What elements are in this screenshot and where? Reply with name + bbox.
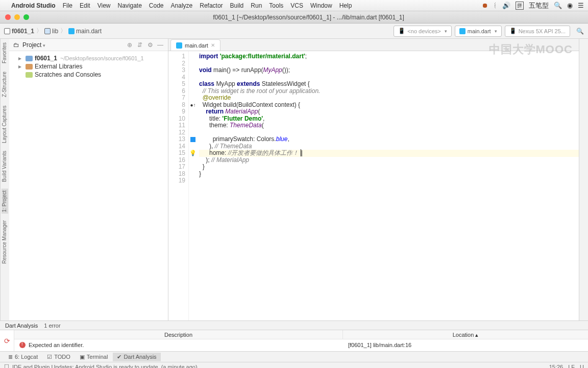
emulator-selector[interactable]: 📱 Nexus 5X API 25...: [505, 26, 570, 37]
search-icon[interactable]: 🔍: [576, 28, 584, 35]
status-encoding[interactable]: U: [580, 364, 584, 369]
tab-logcat[interactable]: ≣6: Logcat: [4, 353, 42, 361]
status-notification-icon[interactable]: ☐: [4, 363, 9, 368]
ime-box-icon[interactable]: 拼: [516, 2, 524, 10]
status-bar: ☐ IDE and Plugin Updates: Android Studio…: [0, 362, 588, 368]
breadcrumb-file[interactable]: main.dart: [68, 28, 102, 35]
toolwin-structure[interactable]: Z-Structure: [2, 70, 8, 99]
device-selector[interactable]: 📱 <no devices>: [394, 26, 451, 37]
project-folder-icon: [4, 28, 10, 34]
expand-arrow-icon[interactable]: ▸: [18, 55, 23, 62]
toolwin-build-variants[interactable]: Build Variants: [2, 150, 8, 184]
menu-view[interactable]: View: [97, 2, 111, 9]
right-tool-strip: [579, 39, 588, 320]
settings-gear-icon[interactable]: ⚙: [146, 41, 154, 49]
code-editor[interactable]: 12345678910111213141516171819 ●↑💡 import…: [168, 51, 579, 320]
dart-analysis-icon: ✔: [117, 354, 121, 360]
editor-area: main.dart ✕ 1234567891011121314151617181…: [168, 39, 579, 320]
code-content[interactable]: import 'package:flutter/material.dart';v…: [197, 51, 579, 320]
tab-dart-analysis[interactable]: ✔Dart Analysis: [113, 353, 160, 361]
menu-file[interactable]: File: [63, 2, 72, 9]
menu-vcs[interactable]: VCS: [290, 2, 303, 9]
breadcrumb-separator: 〉: [36, 27, 42, 35]
window-close-button[interactable]: [5, 14, 11, 20]
wifi-icon[interactable]: ⧙: [494, 2, 497, 9]
analysis-error-row[interactable]: Expected an identifier. [f0601_1] lib/ma…: [14, 339, 588, 351]
menu-code[interactable]: Code: [149, 2, 164, 9]
analysis-error-count: 1 error: [44, 323, 60, 329]
bottom-tool-tabs: ≣6: Logcat ☑TODO ▣Terminal ✔Dart Analysi…: [0, 351, 588, 362]
menu-help[interactable]: Help: [339, 2, 352, 9]
tree-project-root[interactable]: ▸ f0601_1 ~/Desktop/lesson/source/f0601_…: [11, 54, 166, 62]
library-icon: [26, 64, 33, 70]
window-minimize-button[interactable]: [14, 14, 20, 20]
window-titlebar: f0601_1 [~/Desktop/lesson/source/f0601_1…: [0, 11, 588, 24]
project-view-title[interactable]: Project: [22, 41, 45, 49]
project-folder-icon: [26, 56, 33, 61]
tab-terminal[interactable]: ▣Terminal: [76, 353, 112, 361]
record-icon[interactable]: ⏺: [482, 2, 488, 9]
analysis-table-header: Description Location ▴: [14, 330, 588, 339]
menu-navigate[interactable]: Navigate: [117, 2, 141, 9]
toolwin-project[interactable]: 1: Project: [2, 189, 8, 214]
notification-center-icon[interactable]: ☰: [578, 2, 584, 9]
menu-analyze[interactable]: Analyze: [171, 2, 193, 9]
analysis-title[interactable]: Dart Analysis: [5, 323, 38, 329]
scratches-icon: [26, 72, 33, 78]
toolwin-favorites[interactable]: Favorites: [2, 41, 8, 65]
dart-file-icon: [176, 42, 182, 49]
terminal-icon: ▣: [80, 354, 85, 360]
menu-refactor[interactable]: Refactor: [200, 2, 223, 9]
window-controls: [0, 14, 29, 20]
window-title: f0601_1 [~/Desktop/lesson/source/f0601_1…: [29, 14, 588, 21]
app-name[interactable]: Android Studio: [11, 2, 56, 9]
logcat-icon: ≣: [8, 354, 13, 360]
project-tree[interactable]: ▸ f0601_1 ~/Desktop/lesson/source/f0601_…: [9, 51, 168, 82]
collapse-icon[interactable]: ⇵: [136, 41, 143, 49]
siri-icon[interactable]: ◉: [567, 2, 573, 9]
expand-arrow-icon[interactable]: ▸: [18, 63, 23, 70]
tab-todo[interactable]: ☑TODO: [43, 353, 75, 361]
breadcrumb-project[interactable]: f0601_1: [4, 28, 34, 35]
menu-run[interactable]: Run: [251, 2, 262, 9]
menu-tools[interactable]: Tools: [269, 2, 283, 9]
run-toolbar: 📱 <no devices> main.dart 📱 Nexus 5X API …: [394, 26, 584, 37]
status-line-separator[interactable]: LF: [568, 364, 575, 369]
dart-analysis-panel: Dart Analysis 1 error ⟳ Description Loca…: [0, 320, 588, 351]
window-maximize-button[interactable]: [23, 14, 29, 20]
tree-scratches[interactable]: Scratches and Consoles: [11, 71, 166, 79]
menu-edit[interactable]: Edit: [80, 2, 90, 9]
col-location[interactable]: Location ▴: [343, 330, 588, 339]
menu-window[interactable]: Window: [310, 2, 332, 9]
phone-icon: 📱: [398, 28, 405, 34]
hide-icon[interactable]: —: [157, 41, 164, 49]
run-config-selector[interactable]: main.dart: [455, 26, 502, 37]
spotlight-search-icon[interactable]: 🔍: [554, 2, 562, 9]
left-tool-strip: Resource Manager 1: Project Build Varian…: [0, 39, 9, 320]
locate-icon[interactable]: ⊕: [126, 41, 133, 49]
menu-build[interactable]: Build: [230, 2, 244, 9]
project-tool-window: 🗀 Project ⊕ ⇵ ⚙ — ▸ f0601_1 ~/Desktop/le…: [9, 39, 168, 320]
analysis-toolbar: ⟳: [0, 330, 14, 351]
menubar-status-area: ⏺ ⧙ 🔊 拼 五笔型 🔍 ◉ ☰: [482, 1, 584, 10]
main-area: Resource Manager 1: Project Build Varian…: [0, 39, 588, 320]
toolwin-resource-manager[interactable]: Resource Manager: [2, 219, 8, 265]
input-method[interactable]: 五笔型: [529, 1, 549, 10]
gutter-marks: ●↑💡: [189, 51, 197, 320]
todo-icon: ☑: [47, 354, 52, 360]
status-caret-position[interactable]: 15:26: [549, 364, 564, 369]
editor-tab-main[interactable]: main.dart ✕: [170, 39, 220, 51]
macos-menubar: Android Studio File Edit View Navigate C…: [0, 0, 588, 11]
toolwin-layout-captures[interactable]: Layout Captures: [2, 104, 8, 144]
refresh-icon[interactable]: ⟳: [4, 337, 10, 345]
tree-external-libraries[interactable]: ▸ External Libraries: [11, 62, 166, 71]
volume-icon[interactable]: 🔊: [502, 2, 510, 9]
col-description[interactable]: Description: [14, 330, 343, 339]
folder-icon: 🗀: [13, 41, 19, 49]
close-tab-icon[interactable]: ✕: [211, 42, 215, 48]
phone-icon: 📱: [509, 28, 517, 34]
folder-icon: [44, 28, 51, 34]
status-message[interactable]: IDE and Plugin Updates: Android Studio i…: [12, 364, 198, 369]
dart-file-icon: [68, 28, 75, 34]
breadcrumb-folder[interactable]: lib: [44, 28, 58, 35]
